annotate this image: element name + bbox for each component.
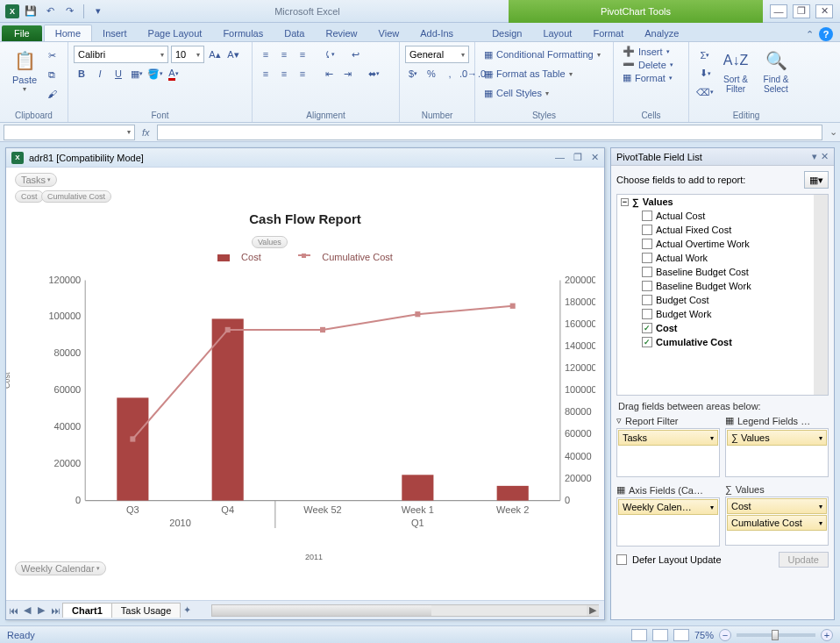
doc-minimize-button[interactable]: — (555, 152, 565, 163)
drop-item-tasks[interactable]: Tasks▾ (618, 430, 718, 446)
drop-item-weekly[interactable]: Weekly Calen…▾ (618, 499, 718, 515)
delete-cells-button[interactable]: ➖Delete▾ (619, 58, 683, 71)
field-item[interactable]: Baseline Budget Cost (617, 265, 828, 279)
field-checkbox[interactable] (642, 211, 652, 221)
sheet-nav-next[interactable]: ▶ (34, 604, 48, 618)
field-list-close-icon[interactable]: ✕ (821, 151, 829, 162)
fx-icon[interactable]: fx (142, 127, 150, 138)
clear-button[interactable]: ⌫▾ (696, 84, 714, 101)
tab-page-layout[interactable]: Page Layout (138, 25, 213, 41)
tab-formulas[interactable]: Formulas (212, 25, 274, 41)
doc-close-button[interactable]: ✕ (591, 152, 599, 163)
field-list[interactable]: − ∑ Values Actual CostActual Fixed CostA… (616, 194, 829, 396)
sheet-nav-prev[interactable]: ◀ (20, 604, 34, 618)
font-family-combo[interactable]: Calibri▾ (74, 46, 168, 63)
close-button[interactable]: ✕ (815, 4, 833, 18)
doc-restore-button[interactable]: ❐ (573, 152, 582, 163)
formula-input[interactable] (157, 125, 822, 140)
border-button[interactable]: ▦▾ (129, 65, 145, 82)
bold-button[interactable]: B (74, 65, 89, 82)
field-group-values[interactable]: − ∑ Values (617, 195, 828, 209)
tab-review[interactable]: Review (315, 25, 367, 41)
zoom-thumb[interactable] (772, 630, 779, 640)
defer-checkbox[interactable] (616, 554, 627, 565)
tab-layout[interactable]: Layout (532, 25, 582, 41)
tab-view[interactable]: View (368, 25, 410, 41)
align-bottom-button[interactable]: ≡ (295, 46, 310, 63)
minimize-ribbon-icon[interactable]: ⌃ (806, 29, 814, 40)
update-button[interactable]: Update (779, 552, 829, 568)
zoom-out-button[interactable]: − (719, 629, 731, 641)
field-item[interactable]: Baseline Budget Work (617, 279, 828, 293)
autosum-button[interactable]: Σ▾ (696, 46, 714, 63)
tab-addins[interactable]: Add-Ins (409, 25, 464, 41)
legend-fields-box[interactable]: ∑ Values▾ (725, 428, 829, 477)
merge-center-button[interactable]: ⬌▾ (366, 65, 381, 82)
format-as-table-button[interactable]: ▦Format as Table▾ (481, 64, 608, 83)
shrink-font-button[interactable]: A▾ (225, 46, 241, 63)
align-top-button[interactable]: ≡ (258, 46, 274, 63)
tab-design[interactable]: Design (481, 25, 532, 41)
format-painter-button[interactable]: 🖌 (44, 85, 60, 103)
conditional-formatting-button[interactable]: ▦Conditional Formatting▾ (481, 45, 608, 64)
field-item[interactable]: Actual Cost (617, 209, 828, 223)
sheet-nav-first[interactable]: ⏮ (6, 604, 20, 618)
tab-home[interactable]: Home (44, 25, 92, 41)
wrap-text-button[interactable]: ↩ (347, 46, 363, 63)
fill-button[interactable]: ⬇▾ (696, 65, 714, 82)
axis-chip-weekly[interactable]: Weekly Calendar▾ (15, 561, 106, 575)
percent-button[interactable]: % (424, 65, 439, 82)
field-checkbox[interactable] (642, 225, 652, 235)
help-icon[interactable]: ? (819, 27, 833, 41)
align-center-button[interactable]: ≡ (276, 65, 292, 82)
save-button[interactable]: 💾 (23, 4, 39, 19)
view-page-layout-button[interactable] (652, 629, 668, 641)
undo-button[interactable]: ↶ (42, 4, 58, 19)
field-checkbox[interactable] (642, 295, 652, 305)
font-size-combo[interactable]: 10▾ (171, 46, 204, 63)
font-color-button[interactable]: A▾ (166, 65, 182, 82)
drop-item-cost[interactable]: Cost▾ (727, 498, 827, 514)
tab-analyze[interactable]: Analyze (634, 25, 689, 41)
increase-decimal-button[interactable]: .0→ (460, 65, 476, 82)
zoom-level[interactable]: 75% (694, 630, 714, 640)
number-format-combo[interactable]: General▾ (405, 46, 469, 63)
legend-chip-cost[interactable]: Cost (15, 190, 44, 203)
values-chip[interactable]: Values (252, 236, 288, 248)
align-right-button[interactable]: ≡ (295, 65, 310, 82)
field-item[interactable]: Actual Work (617, 251, 828, 265)
format-cells-button[interactable]: ▦Format▾ (619, 71, 683, 84)
name-box[interactable]: ▾ (4, 125, 135, 140)
legend-chip-cumulative[interactable]: Cumulative Cost (41, 190, 111, 203)
find-select-button[interactable]: 🔍 Find & Select (756, 45, 796, 103)
copy-button[interactable]: ⧉ (44, 66, 60, 83)
decrease-indent-button[interactable]: ⇤ (321, 65, 337, 82)
field-list-dropdown-icon[interactable]: ▾ (812, 151, 817, 162)
currency-button[interactable]: $▾ (405, 65, 421, 82)
zoom-in-button[interactable]: + (821, 629, 833, 641)
drop-item-values[interactable]: ∑ Values▾ (727, 430, 827, 446)
values-box[interactable]: Cost▾ Cumulative Cost▾ (725, 497, 829, 546)
field-list-scrollbar[interactable] (814, 195, 828, 395)
italic-button[interactable]: I (92, 65, 108, 82)
field-item[interactable]: Actual Overtime Work (617, 237, 828, 251)
field-checkbox[interactable] (642, 309, 652, 319)
scroll-right-icon[interactable]: ▶ (587, 605, 599, 616)
sheet-tab-taskusage[interactable]: Task Usage (111, 603, 181, 618)
field-item[interactable]: Budget Cost (617, 293, 828, 307)
view-normal-button[interactable] (631, 629, 647, 641)
restore-button[interactable]: ❐ (793, 4, 810, 18)
insert-cells-button[interactable]: ➕Insert▾ (619, 45, 683, 58)
chart-area[interactable]: Tasks▾ Cost Cumulative Cost Cash Flow Re… (6, 168, 604, 600)
minimize-button[interactable]: — (770, 4, 787, 18)
grow-font-button[interactable]: A▴ (207, 46, 223, 63)
zoom-slider[interactable] (737, 633, 815, 637)
report-filter-box[interactable]: Tasks▾ (616, 428, 720, 477)
collapse-icon[interactable]: − (621, 198, 629, 206)
field-item[interactable]: Actual Fixed Cost (617, 223, 828, 237)
field-item[interactable]: ✓Cost (617, 321, 828, 335)
comma-button[interactable]: , (442, 65, 458, 82)
view-page-break-button[interactable] (673, 629, 689, 641)
increase-indent-button[interactable]: ⇥ (339, 65, 355, 82)
sheet-nav-last[interactable]: ⏭ (48, 604, 62, 618)
